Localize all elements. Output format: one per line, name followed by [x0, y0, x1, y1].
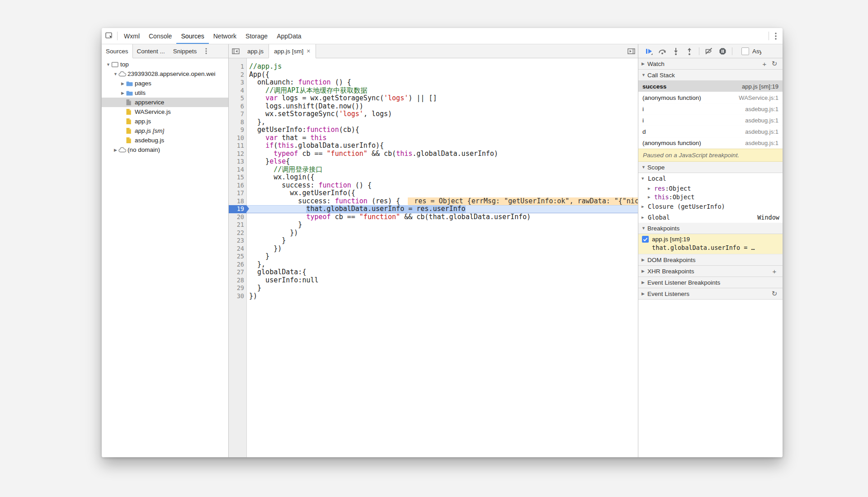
- refresh-icon[interactable]: ↻: [769, 290, 779, 298]
- code-line-text[interactable]: //调用登录接口: [246, 166, 638, 174]
- chevron-right-icon[interactable]: ▶: [120, 81, 126, 86]
- code-line-text[interactable]: }: [246, 221, 638, 229]
- code-line-text[interactable]: var that = this: [246, 134, 638, 142]
- call-stack-frame[interactable]: (anonymous function)WAService.js:1: [638, 92, 783, 103]
- main-tab-console[interactable]: Console: [144, 28, 176, 44]
- tree-item-utils[interactable]: ▶utils: [102, 88, 228, 98]
- navigator-tab-snippets[interactable]: Snippets: [169, 44, 201, 58]
- main-tab-sources[interactable]: Sources: [176, 28, 208, 44]
- code-line-text[interactable]: }): [246, 229, 638, 237]
- line-number[interactable]: 8: [229, 118, 246, 127]
- code-line-text[interactable]: success: function () {: [246, 182, 638, 190]
- chevron-right-icon[interactable]: ▶: [120, 91, 126, 95]
- refresh-icon[interactable]: ↻: [769, 60, 779, 68]
- line-number[interactable]: 5: [229, 94, 246, 103]
- code-line-text[interactable]: typeof cb == "function" && cb(this.globa…: [246, 150, 638, 158]
- main-tab-storage[interactable]: Storage: [241, 28, 272, 44]
- hide-navigator-icon[interactable]: [229, 44, 242, 58]
- tree-item--no-domain-[interactable]: ▶(no domain): [102, 145, 228, 155]
- code-line-text[interactable]: logs.unshift(Date.now()): [246, 103, 638, 111]
- section-breakpoints[interactable]: ▼Breakpoints: [638, 223, 783, 234]
- line-number[interactable]: 18: [229, 197, 246, 206]
- tree-item-asdebug-js[interactable]: asdebug.js: [102, 136, 228, 145]
- section-call-stack[interactable]: ▼Call Stack: [638, 70, 783, 81]
- async-checkbox[interactable]: [741, 47, 749, 55]
- main-tab-wxml[interactable]: Wxml: [119, 28, 144, 44]
- line-number[interactable]: 26: [229, 261, 246, 269]
- scope-property[interactable]: ▶this: Object: [638, 192, 783, 201]
- navigator-overflow-menu-icon[interactable]: [201, 44, 212, 58]
- line-number[interactable]: 3: [229, 79, 246, 87]
- line-number[interactable]: 6: [229, 103, 246, 111]
- call-stack-frame[interactable]: iasdebug.js:1: [638, 115, 783, 126]
- line-number[interactable]: 13: [229, 158, 246, 166]
- navigator-tab-content[interactable]: Content ...: [133, 44, 169, 58]
- show-drawer-icon[interactable]: [624, 44, 638, 58]
- chevron-down-icon[interactable]: ▼: [105, 62, 111, 67]
- code-line-text[interactable]: wx.login({: [246, 173, 638, 182]
- code-line-text[interactable]: }: [246, 253, 638, 261]
- section-event-listeners[interactable]: ▶Event Listeners↻: [638, 288, 783, 300]
- section-event-listener-breakpoints[interactable]: ▶Event Listener Breakpoints: [638, 277, 783, 288]
- line-number[interactable]: 20: [229, 213, 246, 221]
- code-line-text[interactable]: that.globalData.userInfo = res.userInfo: [246, 205, 638, 213]
- line-number[interactable]: 10: [229, 134, 246, 142]
- code-line-text[interactable]: if(this.globalData.userInfo){: [246, 142, 638, 150]
- line-number[interactable]: 12: [229, 150, 246, 158]
- line-number[interactable]: 1: [229, 63, 246, 71]
- resume-icon[interactable]: [645, 47, 653, 55]
- breakpoint-entry[interactable]: app.js [sm]:19that.globalData.userInfo =…: [638, 234, 783, 254]
- scope-property[interactable]: ▶res: Object: [638, 184, 783, 192]
- step-over-icon[interactable]: [658, 47, 666, 55]
- code-line-text[interactable]: }: [246, 284, 638, 292]
- line-number[interactable]: 27: [229, 268, 246, 277]
- scope-group[interactable]: ▼Local: [638, 173, 783, 184]
- line-number[interactable]: 15: [229, 173, 246, 182]
- line-number[interactable]: 17: [229, 189, 246, 197]
- tree-item-waservice-js[interactable]: WAService.js: [102, 107, 228, 117]
- tree-item-app-js[interactable]: app.js: [102, 117, 228, 126]
- code-line-text[interactable]: },: [246, 118, 638, 127]
- tree-item-app-js--sm-[interactable]: app.js [sm]: [102, 126, 228, 136]
- main-tab-network[interactable]: Network: [209, 28, 241, 44]
- section-scope[interactable]: ▼Scope: [638, 162, 783, 173]
- scope-group[interactable]: ▶GlobalWindow: [638, 212, 783, 223]
- main-tab-appdata[interactable]: AppData: [272, 28, 306, 44]
- code-line-text[interactable]: typeof cb == "function" && cb(that.globa…: [246, 213, 638, 221]
- line-number[interactable]: 21: [229, 221, 246, 229]
- line-number[interactable]: 28: [229, 277, 246, 285]
- code-line-text[interactable]: globalData:{: [246, 268, 638, 277]
- line-number[interactable]: 7: [229, 110, 246, 118]
- code-line-text[interactable]: }: [246, 237, 638, 245]
- line-number[interactable]: 11: [229, 142, 246, 150]
- step-out-icon[interactable]: [685, 47, 693, 55]
- tree-item-appservice[interactable]: appservice: [102, 98, 228, 107]
- chevron-right-icon[interactable]: ▶: [113, 148, 118, 152]
- section-watch[interactable]: ▶Watch+↻: [638, 58, 783, 70]
- line-number[interactable]: 22: [229, 229, 246, 237]
- line-number[interactable]: 23: [229, 237, 246, 245]
- chevron-down-icon[interactable]: ▼: [113, 72, 118, 76]
- line-number[interactable]: 24: [229, 245, 246, 253]
- code-line-text[interactable]: }): [246, 245, 638, 253]
- line-number[interactable]: 9: [229, 126, 246, 134]
- breakpoint-checkbox[interactable]: [642, 236, 649, 243]
- editor-tab-app-js--sm-[interactable]: app.js [sm]×: [269, 44, 316, 58]
- deactivate-breakpoints-icon[interactable]: [705, 47, 713, 55]
- section-dom-breakpoints[interactable]: ▶DOM Breakpoints: [638, 254, 783, 266]
- line-number[interactable]: 25: [229, 253, 246, 261]
- line-number[interactable]: 19: [229, 205, 246, 213]
- line-number[interactable]: 4: [229, 87, 246, 95]
- scope-group[interactable]: ▶Closure (getUserInfo): [638, 201, 783, 212]
- call-stack-frame[interactable]: (anonymous function)asdebug.js:1: [638, 137, 783, 149]
- line-number[interactable]: 16: [229, 182, 246, 190]
- add-icon[interactable]: +: [769, 267, 779, 275]
- tree-item-top[interactable]: ▼top: [102, 60, 228, 69]
- line-number[interactable]: 14: [229, 166, 246, 174]
- line-number[interactable]: 30: [229, 292, 246, 300]
- code-line-text[interactable]: App({: [246, 71, 638, 79]
- code-line-text[interactable]: onLaunch: function () {: [246, 79, 638, 87]
- add-icon[interactable]: +: [760, 60, 769, 68]
- close-icon[interactable]: ×: [307, 48, 310, 54]
- inspect-element-icon[interactable]: [102, 28, 117, 44]
